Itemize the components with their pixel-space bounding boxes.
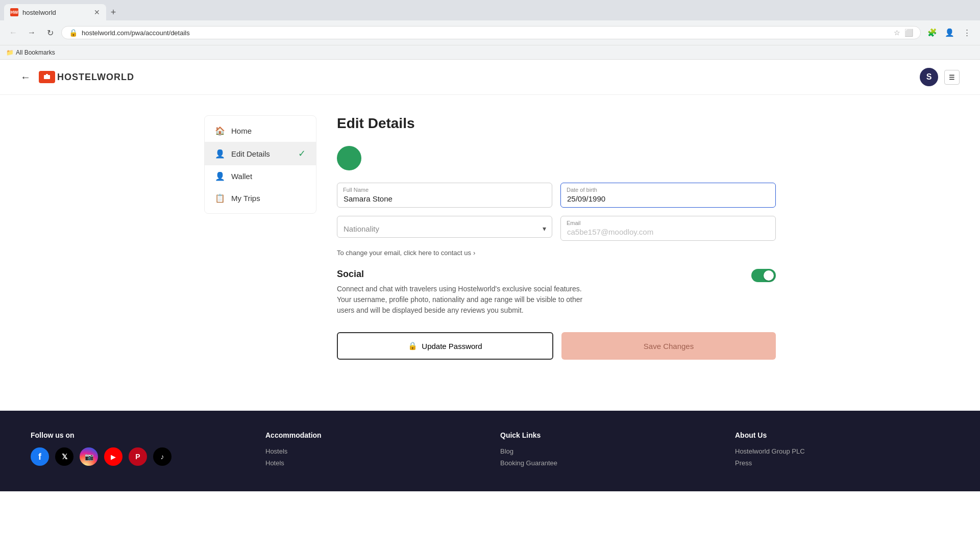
check-icon: ✓ xyxy=(298,148,306,159)
extensions-button[interactable]: 🧩 xyxy=(925,26,939,40)
dob-group: Date of birth xyxy=(560,183,776,208)
page-title: Edit Details xyxy=(337,115,776,132)
social-content: Social Connect and chat with travelers u… xyxy=(337,269,741,316)
footer-link-press[interactable]: Press xyxy=(735,459,949,467)
sidebar-edit-label: Edit Details xyxy=(231,149,270,158)
footer: Follow us on f 𝕏 📷 ▶ P ♪ Accommodation H… xyxy=(0,411,980,491)
tab-close-button[interactable]: ✕ xyxy=(94,8,100,16)
footer-accommodation-section: Accommodation Hostels Hotels xyxy=(265,431,480,471)
twitter-x-icon[interactable]: 𝕏 xyxy=(55,447,74,466)
logo-box xyxy=(39,71,55,83)
facebook-icon[interactable]: f xyxy=(31,447,49,466)
tiktok-icon[interactable]: ♪ xyxy=(153,447,172,466)
aboutus-title: About Us xyxy=(735,431,949,439)
sidebar-item-wallet[interactable]: 👤 Wallet xyxy=(205,165,316,187)
cast-icon[interactable]: ⬜ xyxy=(904,29,913,37)
user-avatar[interactable]: S xyxy=(920,68,938,86)
save-changes-label: Save Changes xyxy=(644,342,694,350)
footer-link-hostelworld-group[interactable]: Hostelworld Group PLC xyxy=(735,447,949,455)
logo-icon xyxy=(43,73,51,81)
footer-quicklinks-section: Quick Links Blog Booking Guarantee xyxy=(500,431,715,471)
full-name-label: Full Name xyxy=(343,187,369,193)
social-title: Social xyxy=(337,269,741,280)
browser-chrome: HW hostelworld ✕ + ← → ↻ 🔒 hostelworld.c… xyxy=(0,0,980,60)
forward-nav-button[interactable]: → xyxy=(24,26,39,40)
nationality-email-row: Nationality United Kingdom United States… xyxy=(337,216,776,241)
youtube-icon[interactable]: ▶ xyxy=(104,447,122,466)
logo-container: HOSTELWORLD xyxy=(39,71,134,83)
sidebar-item-home[interactable]: 🏠 Home xyxy=(205,120,316,142)
bookmarks-bar: 📁 All Bookmarks xyxy=(0,45,980,59)
nationality-group: Nationality United Kingdom United States… xyxy=(337,216,552,241)
full-name-input[interactable] xyxy=(337,183,552,208)
tab-bar: HW hostelworld ✕ + xyxy=(0,0,980,20)
update-password-label: Update Password xyxy=(422,342,482,350)
form-area: Edit Details Full Name Date of birth Nat… xyxy=(337,115,776,360)
profile-button[interactable]: 👤 xyxy=(942,26,957,40)
footer-link-blog[interactable]: Blog xyxy=(500,447,715,455)
toggle-knob xyxy=(764,270,774,281)
svg-rect-1 xyxy=(46,74,48,76)
update-password-button[interactable]: 🔒 Update Password xyxy=(337,332,553,360)
sidebar-trips-label: My Trips xyxy=(231,194,260,203)
footer-link-hotels[interactable]: Hotels xyxy=(265,459,480,467)
reload-button[interactable]: ↻ xyxy=(43,26,57,40)
header-right: S ☰ xyxy=(920,68,960,86)
back-nav-button[interactable]: ← xyxy=(6,26,20,40)
social-icons: f 𝕏 📷 ▶ P ♪ xyxy=(31,447,245,466)
avatar-circle xyxy=(337,146,361,170)
nav-icons: 🧩 👤 ⋮ xyxy=(925,26,974,40)
tab-favicon: HW xyxy=(10,8,18,16)
sidebar: 🏠 Home 👤 Edit Details ✓ 👤 Wallet 📋 My Tr… xyxy=(204,115,316,214)
lock-icon: 🔒 xyxy=(69,29,78,37)
address-bar[interactable]: 🔒 hostelworld.com/pwa/account/details ☆ … xyxy=(61,26,921,39)
menu-button[interactable]: ⋮ xyxy=(960,26,974,40)
trips-icon: 📋 xyxy=(215,193,225,203)
nationality-select[interactable]: Nationality United Kingdom United States… xyxy=(337,216,552,238)
url-text: hostelworld.com/pwa/account/details xyxy=(82,29,890,37)
sidebar-wallet-label: Wallet xyxy=(231,172,252,181)
email-group: Email xyxy=(560,216,776,241)
social-toggle[interactable] xyxy=(751,269,776,282)
chevron-right-icon: › xyxy=(473,249,475,257)
dob-label: Date of birth xyxy=(567,187,597,193)
quicklinks-title: Quick Links xyxy=(500,431,715,439)
wallet-icon: 👤 xyxy=(215,171,225,181)
instagram-icon[interactable]: 📷 xyxy=(80,447,98,466)
save-changes-button[interactable]: Save Changes xyxy=(561,332,776,360)
email-contact-text: To change your email, click here to cont… xyxy=(337,249,471,257)
hamburger-icon: ☰ xyxy=(949,73,955,81)
name-dob-row: Full Name Date of birth xyxy=(337,183,776,208)
nav-bar: ← → ↻ 🔒 hostelworld.com/pwa/account/deta… xyxy=(0,20,980,45)
footer-link-booking-guarantee[interactable]: Booking Guarantee xyxy=(500,459,715,467)
header-left: ← HOSTELWORLD xyxy=(20,71,134,83)
main-content: 🏠 Home 👤 Edit Details ✓ 👤 Wallet 📋 My Tr… xyxy=(184,95,796,380)
follow-title: Follow us on xyxy=(31,431,245,439)
sidebar-item-my-trips[interactable]: 📋 My Trips xyxy=(205,187,316,209)
footer-aboutus-section: About Us Hostelworld Group PLC Press xyxy=(735,431,949,471)
pinterest-icon[interactable]: P xyxy=(129,447,147,466)
logo-text: HOSTELWORLD xyxy=(57,72,134,83)
hamburger-button[interactable]: ☰ xyxy=(944,70,960,85)
social-section: Social Connect and chat with travelers u… xyxy=(337,269,776,316)
social-description: Connect and chat with travelers using Ho… xyxy=(337,284,592,316)
email-contact-link[interactable]: To change your email, click here to cont… xyxy=(337,249,776,257)
person-icon: 👤 xyxy=(215,149,225,159)
footer-link-hostels[interactable]: Hostels xyxy=(265,447,480,455)
full-name-group: Full Name xyxy=(337,183,552,208)
sidebar-home-label: Home xyxy=(231,127,252,135)
lock-icon: 🔒 xyxy=(408,341,418,350)
accommodation-title: Accommodation xyxy=(265,431,480,439)
new-tab-button[interactable]: + xyxy=(106,5,120,19)
footer-follow-section: Follow us on f 𝕏 📷 ▶ P ♪ xyxy=(31,431,245,471)
sidebar-item-edit-details[interactable]: 👤 Edit Details ✓ xyxy=(205,142,316,165)
button-row: 🔒 Update Password Save Changes xyxy=(337,332,776,360)
bookmarks-label[interactable]: All Bookmarks xyxy=(16,49,55,56)
star-icon[interactable]: ☆ xyxy=(894,29,900,37)
email-input[interactable] xyxy=(560,216,776,241)
page-header: ← HOSTELWORLD S ☰ xyxy=(0,60,980,95)
folder-icon: 📁 xyxy=(6,49,14,56)
home-icon: 🏠 xyxy=(215,126,225,136)
back-button[interactable]: ← xyxy=(20,71,31,83)
browser-tab[interactable]: HW hostelworld ✕ xyxy=(4,4,106,20)
